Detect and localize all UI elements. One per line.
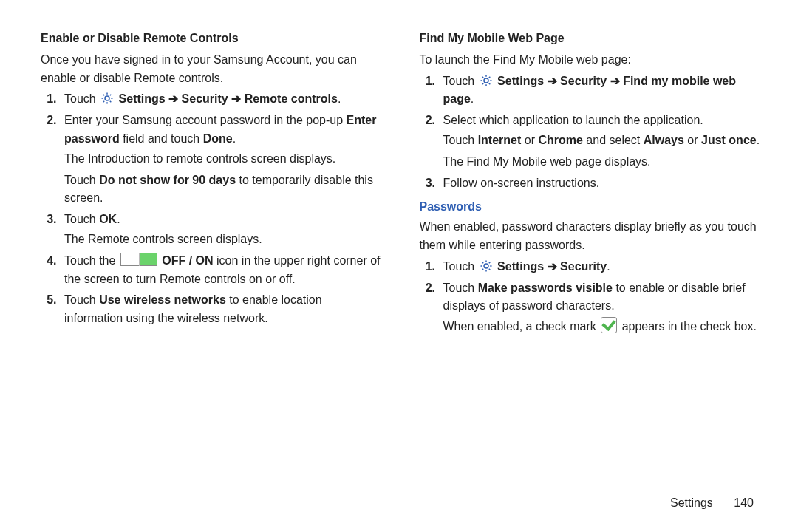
- text: Touch: [443, 260, 478, 273]
- section-heading-remote-controls: Enable or Disable Remote Controls: [41, 30, 383, 48]
- step-5: Touch Use wireless networks to enable lo…: [60, 291, 383, 328]
- toggle-label: OFF / ON: [162, 254, 213, 267]
- step-3: Touch OK. The Remote controls screen dis…: [60, 211, 383, 249]
- text: and select: [583, 134, 644, 146]
- svg-point-0: [105, 96, 109, 100]
- text: Touch: [443, 134, 478, 146]
- step-1: Touch Settings ➔ Security.: [439, 258, 762, 276]
- text: appears in the check box.: [622, 320, 757, 332]
- app-name: Internet: [478, 134, 522, 146]
- option-name: Use wireless networks: [99, 293, 226, 306]
- text: or: [521, 134, 538, 146]
- period: .: [233, 132, 236, 145]
- step-2: Enter your Samsung account password in t…: [60, 112, 383, 208]
- section-heading-find-my-mobile: Find My Mobile Web Page: [420, 30, 762, 48]
- find-my-mobile-steps: Touch Settings ➔ Security ➔ Find my mobi…: [420, 72, 762, 193]
- settings-icon: [100, 92, 114, 105]
- toggle-off-on-icon: [120, 253, 157, 266]
- text: Select which application to launch the a…: [443, 114, 703, 126]
- step-1: Touch Settings ➔ Security ➔ Find my mobi…: [439, 72, 762, 109]
- text: Touch: [64, 213, 99, 225]
- text: Enter your Samsung account password in t…: [64, 114, 347, 126]
- period: .: [607, 260, 610, 273]
- continuation-text: When enabled, a check mark appears in th…: [443, 317, 762, 336]
- section-heading-passwords: Passwords: [420, 198, 762, 216]
- left-column: Enable or Disable Remote Controls Once y…: [41, 30, 383, 489]
- option-name: Do not show for 90 days: [99, 174, 236, 186]
- continuation-text: The Remote controls screen displays.: [64, 231, 383, 249]
- app-name: Chrome: [538, 134, 582, 146]
- continuation-text: The Find My Mobile web page displays.: [443, 153, 762, 171]
- text: Touch: [64, 174, 99, 186]
- intro-paragraph: When enabled, password characters displa…: [420, 218, 762, 255]
- manual-page: Enable or Disable Remote Controls Once y…: [0, 0, 798, 532]
- period: .: [338, 92, 341, 105]
- text: field and touch: [120, 132, 203, 145]
- text: Touch: [443, 282, 478, 294]
- settings-icon: [480, 74, 493, 87]
- page-number: 140: [734, 497, 754, 510]
- text: Touch: [64, 92, 99, 105]
- text: Touch: [64, 293, 99, 306]
- period: .: [757, 134, 760, 146]
- option-name: Always: [644, 134, 684, 146]
- remote-controls-steps: Touch Settings ➔ Security ➔ Remote contr…: [41, 90, 383, 328]
- intro-paragraph: Once you have signed in to your Samsung …: [41, 51, 383, 88]
- period: .: [471, 92, 474, 105]
- menu-path: Settings ➔ Security ➔ Remote controls: [119, 92, 338, 105]
- continuation-text: Touch Internet or Chrome and select Alwa…: [443, 132, 762, 150]
- button-name: Done: [203, 132, 233, 145]
- period: .: [117, 213, 120, 225]
- menu-path: Settings ➔ Security: [497, 260, 607, 273]
- svg-point-2: [484, 264, 488, 268]
- page-footer: Settings 140: [41, 489, 761, 510]
- text: Follow on-screen instructions.: [443, 177, 600, 189]
- step-4: Touch the OFF / ON icon in the upper rig…: [60, 252, 383, 289]
- two-column-layout: Enable or Disable Remote Controls Once y…: [41, 30, 761, 489]
- svg-point-1: [484, 78, 488, 83]
- step-3: Follow on-screen instructions.: [439, 174, 762, 193]
- continuation-text: The Introduction to remote controls scre…: [64, 150, 383, 168]
- text: Touch the: [64, 254, 119, 267]
- right-column: Find My Mobile Web Page To launch the Fi…: [420, 30, 762, 489]
- step-1: Touch Settings ➔ Security ➔ Remote contr…: [60, 90, 383, 109]
- continuation-text: Touch Do not show for 90 days to tempora…: [64, 171, 383, 208]
- settings-icon: [480, 259, 493, 273]
- step-2: Select which application to launch the a…: [439, 112, 762, 171]
- section-name: Settings: [670, 497, 713, 509]
- passwords-steps: Touch Settings ➔ Security. Touch Make pa…: [420, 258, 762, 336]
- text: Touch: [443, 75, 478, 87]
- option-name: Make passwords visible: [478, 282, 613, 294]
- text: or: [684, 134, 701, 146]
- option-name: Just once: [701, 134, 757, 146]
- intro-paragraph: To launch the Find My Mobile web page:: [420, 51, 762, 69]
- step-2: Touch Make passwords visible to enable o…: [439, 279, 762, 336]
- text: When enabled, a check mark: [443, 320, 600, 332]
- button-name: OK: [99, 213, 117, 225]
- checkmark-icon: [601, 317, 617, 333]
